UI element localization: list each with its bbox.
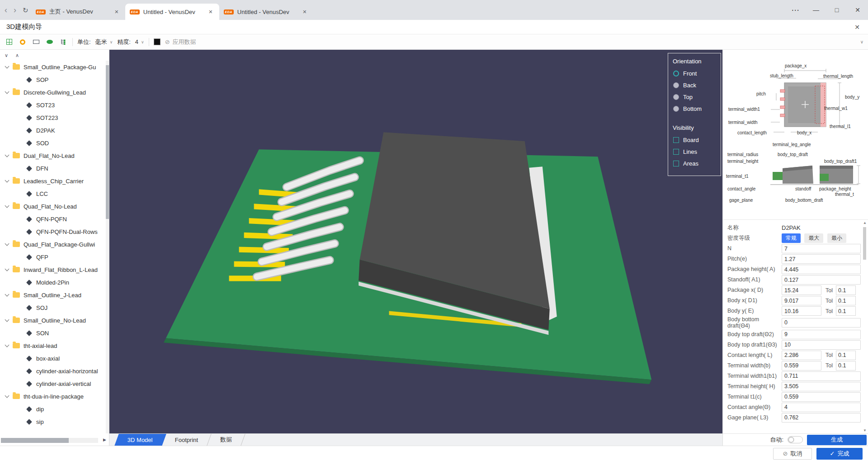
tree-item[interactable]: Quad_Flat_Package-Gullwi — [0, 238, 109, 251]
tolerance-input[interactable] — [836, 296, 856, 305]
tree-item[interactable]: SOP — [0, 73, 109, 86]
generate-button[interactable]: 生成 — [807, 435, 867, 445]
param-value-input[interactable] — [782, 382, 861, 391]
tree-item[interactable]: QFN-PQFN — [0, 213, 109, 225]
tree-item[interactable]: cylinder-axial-vertical — [0, 377, 109, 390]
param-value-input[interactable] — [782, 265, 861, 274]
scroll-down-icon[interactable]: ▼ — [863, 428, 867, 432]
tab-close-icon[interactable]: ✕ — [301, 8, 308, 16]
more-menu-icon[interactable]: ⋯ — [785, 0, 806, 20]
unit-select[interactable]: 毫米 — [95, 38, 107, 46]
apply-data-button[interactable]: ⊘ 应用数据 — [165, 38, 196, 46]
tree-item[interactable]: Dual_Flat_No-Lead — [0, 149, 109, 162]
tolerance-input[interactable] — [836, 361, 856, 371]
tree-item[interactable]: Small_Outline_Package-Gu — [0, 61, 109, 73]
param-value-input[interactable] — [782, 340, 861, 350]
radio-icon[interactable] — [673, 106, 679, 112]
chevron-down-icon[interactable]: ∨ — [110, 40, 113, 44]
finish-button[interactable]: ✓ 完成 — [816, 448, 863, 460]
tolerance-input[interactable] — [836, 306, 856, 316]
chevron-down-icon[interactable] — [5, 153, 9, 157]
scrollbar-thumb[interactable] — [1, 438, 69, 443]
collapse-all-icon[interactable]: ∨ — [5, 52, 8, 58]
tree-item[interactable]: QFN-PQFN-Dual-Rows — [0, 225, 109, 238]
auto-toggle[interactable] — [788, 436, 803, 443]
tree-item[interactable]: box-axial — [0, 352, 109, 365]
scrollbar-thumb[interactable] — [106, 65, 109, 219]
chevron-down-icon[interactable] — [5, 394, 9, 398]
visibility-checkbox-row[interactable]: Areas — [668, 157, 721, 169]
tree-item[interactable]: DFN — [0, 162, 109, 175]
scroll-right-icon[interactable]: ▶ — [103, 437, 106, 442]
rect-pad-tool-icon[interactable] — [32, 38, 41, 47]
tab-close-icon[interactable]: ✕ — [207, 8, 214, 16]
checkbox-icon[interactable] — [673, 149, 679, 155]
orientation-radio[interactable]: Back — [668, 79, 721, 91]
orientation-radio[interactable]: Front — [668, 67, 721, 79]
param-value-input[interactable] — [782, 361, 821, 371]
scroll-up-icon[interactable]: ▲ — [863, 221, 867, 225]
param-value-input[interactable] — [782, 275, 861, 285]
window-close-icon[interactable]: ✕ — [847, 0, 868, 20]
window-tab[interactable]: EDA Untitled - VenusDev ✕ — [219, 4, 313, 20]
tree-vertical-scrollbar[interactable] — [106, 61, 109, 433]
tree-item[interactable]: D2PAK — [0, 124, 109, 137]
color-swatch[interactable] — [154, 38, 160, 45]
minimize-icon[interactable]: — — [806, 0, 826, 20]
param-value-input[interactable] — [782, 254, 861, 264]
chevron-down-icon[interactable] — [5, 242, 9, 246]
param-value-input[interactable] — [782, 318, 861, 328]
viewport-tab[interactable]: 数据 — [207, 434, 245, 446]
param-value-input[interactable] — [782, 244, 861, 253]
chevron-down-icon[interactable] — [5, 343, 9, 347]
chevron-down-icon[interactable] — [5, 292, 9, 297]
param-value-input[interactable] — [782, 285, 821, 295]
tree-item[interactable]: SOD — [0, 137, 109, 149]
scrollbar-thumb[interactable] — [863, 227, 866, 260]
orientation-radio[interactable]: Bottom — [668, 103, 721, 114]
param-value-input[interactable] — [782, 371, 861, 381]
param-value-input[interactable] — [782, 296, 821, 305]
param-value-input[interactable] — [782, 403, 861, 412]
tree-item[interactable]: QFP — [0, 251, 109, 263]
viewport-tab[interactable]: Footprint — [162, 434, 212, 446]
maximize-icon[interactable]: □ — [826, 0, 847, 20]
grid-tool-icon[interactable] — [5, 38, 14, 47]
radio-icon[interactable] — [673, 94, 679, 100]
tree-item[interactable]: sip — [0, 415, 109, 428]
tree-item[interactable]: dip — [0, 403, 109, 415]
toolbar-collapse-icon[interactable]: ∨ — [860, 39, 863, 44]
radio-icon[interactable] — [673, 71, 679, 76]
tolerance-input[interactable] — [836, 351, 856, 360]
cancel-button[interactable]: ⊘ 取消 — [773, 448, 812, 460]
oval-pad-tool-icon[interactable] — [45, 38, 54, 47]
param-value-input[interactable] — [782, 351, 821, 360]
params-vertical-scrollbar[interactable]: ▲ ▼ — [862, 221, 867, 432]
tree-horizontal-scrollbar[interactable] — [1, 438, 98, 443]
chevron-down-icon[interactable] — [5, 204, 9, 208]
tree-item[interactable]: SON — [0, 327, 109, 339]
window-tab[interactable]: EDA Untitled - VenusDev ✕ — [125, 4, 219, 20]
param-value-input[interactable] — [782, 330, 861, 339]
density-option-button[interactable]: 常规 — [782, 233, 801, 243]
visibility-checkbox-row[interactable]: Board — [668, 134, 721, 146]
hierarchy-tool-icon[interactable] — [59, 38, 68, 47]
density-option-button[interactable]: 最大 — [804, 233, 823, 243]
tree-item[interactable]: tht-axial-lead — [0, 339, 109, 352]
tab-close-icon[interactable]: ✕ — [113, 8, 120, 16]
tree-item[interactable]: SOT223 — [0, 111, 109, 124]
tree-item[interactable]: SOJ — [0, 301, 109, 314]
orientation-radio[interactable]: Top — [668, 91, 721, 103]
window-tab[interactable]: EDA 主页 - VenusDev ✕ — [31, 4, 125, 20]
checkbox-icon[interactable] — [673, 161, 679, 166]
precision-select[interactable]: 4 — [135, 38, 138, 45]
checkbox-icon[interactable] — [673, 137, 679, 143]
tree-item[interactable]: Molded-2Pin — [0, 276, 109, 289]
tree-item[interactable]: Leadless_Chip_Carrier — [0, 175, 109, 187]
param-value-input[interactable] — [782, 413, 861, 423]
tolerance-input[interactable] — [836, 285, 856, 295]
back-icon[interactable]: ‹ — [5, 6, 7, 14]
param-value-input[interactable] — [782, 306, 821, 316]
tree-item[interactable]: LCC — [0, 187, 109, 200]
chevron-down-icon[interactable]: ∨ — [141, 40, 144, 44]
